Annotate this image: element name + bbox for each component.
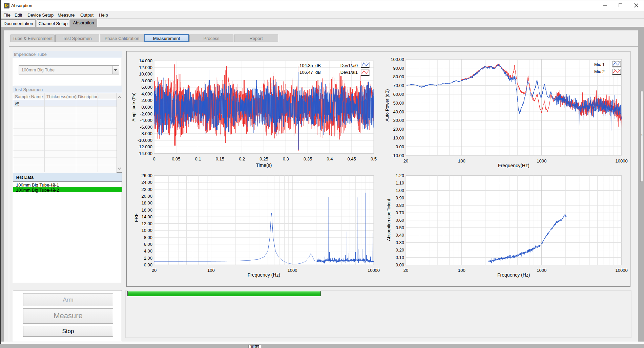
svg-text:24.00: 24.00: [141, 180, 152, 185]
svg-text:0.80: 0.80: [396, 203, 404, 208]
svg-text:100: 100: [207, 268, 215, 273]
svg-text:16.00: 16.00: [141, 208, 152, 213]
svg-text:90.00: 90.00: [393, 66, 404, 71]
svg-text:0.60: 0.60: [396, 218, 404, 223]
svg-text:100.00: 100.00: [391, 57, 404, 62]
svg-text:1.00: 1.00: [396, 188, 404, 193]
svg-text:1.10: 1.10: [396, 180, 404, 186]
svg-text:Time(s): Time(s): [256, 162, 272, 168]
svg-text:Frequency(Hz): Frequency(Hz): [498, 163, 529, 168]
svg-text:2.000: 2.000: [141, 98, 152, 103]
svg-text:0.45: 0.45: [348, 156, 356, 161]
svg-text:0.15: 0.15: [216, 156, 224, 161]
svg-text:0.50: 0.50: [396, 225, 404, 230]
svg-text:8.00: 8.00: [144, 235, 152, 240]
svg-text:60.00: 60.00: [393, 92, 404, 97]
svg-text:0.3: 0.3: [283, 156, 289, 161]
svg-text:1000: 1000: [537, 268, 546, 273]
svg-text:4.00: 4.00: [144, 248, 152, 254]
svg-text:80.00: 80.00: [393, 74, 404, 79]
svg-text:0.05: 0.05: [172, 156, 180, 161]
svg-text:Auto Power (dB): Auto Power (dB): [385, 89, 390, 121]
svg-text:18.00: 18.00: [141, 200, 152, 205]
svg-text:0.1: 0.1: [195, 156, 201, 161]
svg-text:26.00: 26.00: [141, 173, 152, 178]
svg-text:104.35 dB: 104.35 dB: [299, 63, 321, 68]
svg-text:50.00: 50.00: [393, 101, 404, 106]
svg-text:0.90: 0.90: [396, 195, 404, 200]
svg-text:6.000: 6.000: [141, 85, 152, 90]
svg-text:10000: 10000: [616, 158, 628, 164]
svg-text:22.00: 22.00: [141, 187, 152, 192]
svg-text:20: 20: [403, 158, 408, 164]
svg-text:8.000: 8.000: [141, 78, 152, 83]
svg-text:-10.000: -10.000: [138, 138, 152, 143]
svg-text:-14.000: -14.000: [138, 151, 152, 156]
svg-text:0.2: 0.2: [239, 156, 245, 161]
svg-text:Dev1/ai0: Dev1/ai0: [340, 63, 358, 68]
svg-text:-2.000: -2.000: [140, 111, 152, 116]
svg-text:12.000: 12.000: [139, 65, 152, 70]
svg-text:30.00: 30.00: [393, 118, 404, 123]
svg-text:0: 0: [153, 156, 155, 161]
svg-text:10.000: 10.000: [139, 71, 152, 77]
svg-text:0.20: 0.20: [396, 247, 404, 253]
svg-text:Dev1/ai1: Dev1/ai1: [340, 70, 358, 75]
svg-text:4.000: 4.000: [141, 91, 152, 96]
svg-text:0.4: 0.4: [327, 156, 333, 161]
svg-text:12.00: 12.00: [141, 221, 152, 226]
svg-text:10.00: 10.00: [393, 135, 404, 140]
svg-text:6.00: 6.00: [144, 242, 152, 247]
svg-text:20: 20: [403, 268, 408, 273]
svg-text:0.5: 0.5: [371, 156, 377, 161]
svg-text:40.00: 40.00: [393, 109, 404, 114]
svg-text:70.00: 70.00: [393, 83, 404, 88]
svg-text:Mic 2: Mic 2: [594, 69, 605, 74]
svg-text:FRF: FRF: [134, 213, 139, 222]
svg-text:10000: 10000: [616, 268, 628, 273]
svg-text:100: 100: [458, 268, 465, 273]
svg-text:-8.000: -8.000: [140, 131, 152, 136]
svg-text:-12.000: -12.000: [138, 144, 152, 149]
svg-text:0.70: 0.70: [396, 210, 404, 215]
svg-text:100: 100: [458, 158, 465, 164]
svg-text:Mic 1: Mic 1: [594, 62, 605, 67]
svg-text:1000: 1000: [287, 268, 297, 273]
svg-text:106.47 dB: 106.47 dB: [299, 70, 321, 75]
svg-text:1000: 1000: [537, 158, 546, 164]
svg-text:20: 20: [152, 268, 157, 273]
svg-text:0.10: 0.10: [396, 255, 404, 260]
svg-text:0.30: 0.30: [396, 240, 404, 245]
svg-text:-10.00: -10.00: [392, 153, 404, 158]
svg-text:Frequency (Hz): Frequency (Hz): [497, 272, 530, 278]
svg-text:0.00: 0.00: [144, 262, 152, 267]
svg-text:0.40: 0.40: [396, 233, 404, 238]
svg-text:0.00: 0.00: [396, 144, 404, 149]
svg-text:-4.000: -4.000: [140, 118, 152, 123]
svg-text:-6.000: -6.000: [140, 125, 152, 130]
svg-text:1.20: 1.20: [396, 173, 404, 178]
svg-text:10.00: 10.00: [141, 228, 152, 233]
svg-text:0.25: 0.25: [259, 156, 268, 161]
svg-text:14.00: 14.00: [141, 214, 152, 219]
svg-text:Absorption coefficient: Absorption coefficient: [386, 199, 391, 241]
svg-text:0.000: 0.000: [141, 105, 152, 110]
svg-text:Amplitude (Pa): Amplitude (Pa): [131, 92, 136, 122]
svg-text:2.00: 2.00: [144, 256, 152, 261]
svg-text:0.35: 0.35: [304, 156, 312, 161]
svg-text:14.000: 14.000: [139, 58, 152, 63]
svg-text:Frequency (Hz): Frequency (Hz): [248, 272, 280, 278]
svg-text:20.00: 20.00: [141, 194, 152, 199]
svg-text:10000: 10000: [368, 268, 380, 273]
svg-text:20.00: 20.00: [393, 127, 404, 132]
svg-text:0.00: 0.00: [396, 262, 404, 267]
